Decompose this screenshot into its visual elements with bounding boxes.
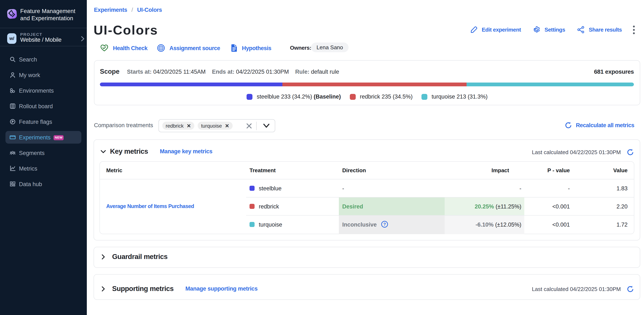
svg-text:?: ?: [383, 222, 386, 227]
